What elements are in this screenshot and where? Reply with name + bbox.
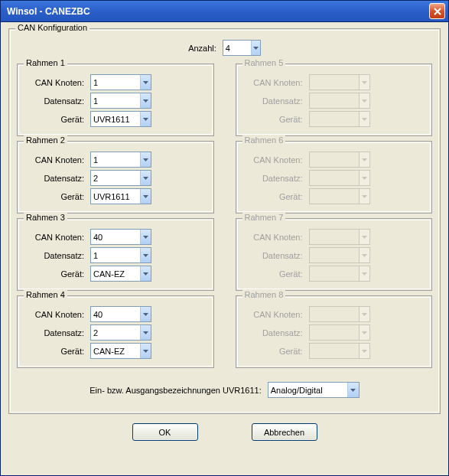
geraet-combo — [309, 188, 370, 204]
geraet-combo[interactable] — [90, 188, 151, 204]
geraet-label: Gerät: — [25, 192, 90, 201]
knoten-label: CAN Knoten: — [25, 78, 90, 87]
frames-columns: Rahmen 1CAN Knoten:Datensatz:Gerät:Rahme… — [17, 64, 432, 373]
knoten-label: CAN Knoten: — [244, 78, 309, 87]
chevron-down-icon — [359, 112, 369, 126]
can-config-legend: CAN Konfiguration — [15, 23, 89, 32]
geraet-label: Gerät: — [25, 269, 90, 279]
datensatz-input[interactable] — [91, 93, 140, 108]
geraet-row: Gerät: — [25, 266, 206, 282]
datensatz-input[interactable] — [91, 325, 140, 340]
datensatz-input[interactable] — [91, 171, 140, 185]
knoten-input[interactable] — [91, 230, 140, 244]
frame-4-legend: Rahmen 4 — [24, 290, 67, 299]
knoten-combo — [309, 74, 370, 90]
chevron-down-icon[interactable] — [140, 325, 151, 340]
datensatz-combo — [309, 170, 370, 186]
knoten-combo — [309, 229, 370, 245]
geraet-label: Gerät: — [244, 192, 309, 201]
cancel-button[interactable]: Abbrechen — [252, 423, 317, 441]
geraet-row: Gerät: — [244, 343, 425, 359]
knoten-label: CAN Knoten: — [25, 233, 90, 242]
chevron-down-icon — [359, 189, 369, 204]
geraet-combo — [309, 111, 370, 127]
knoten-combo[interactable] — [90, 74, 151, 90]
knoten-row: CAN Knoten: — [25, 306, 206, 322]
geraet-combo[interactable] — [90, 111, 151, 127]
can-config-group: CAN Konfiguration Anzahl: Rahmen 1CAN Kn… — [8, 28, 441, 414]
datensatz-combo[interactable] — [90, 93, 151, 109]
chevron-down-icon[interactable] — [140, 171, 151, 185]
chevron-down-icon[interactable] — [140, 248, 151, 262]
chevron-down-icon[interactable] — [140, 152, 151, 167]
geraet-combo[interactable] — [90, 343, 151, 359]
datensatz-input — [310, 93, 359, 108]
knoten-combo[interactable] — [90, 306, 151, 322]
anzahl-combo[interactable] — [223, 40, 261, 56]
geraet-row: Gerät: — [244, 188, 425, 204]
datensatz-label: Datensatz: — [244, 96, 309, 106]
chevron-down-icon — [359, 75, 369, 90]
chevron-down-icon[interactable] — [140, 266, 151, 281]
datensatz-label: Datensatz: — [25, 174, 90, 183]
geraet-input[interactable] — [91, 112, 140, 126]
chevron-down-icon[interactable] — [347, 383, 359, 397]
geraet-combo[interactable] — [90, 266, 151, 282]
chevron-down-icon[interactable] — [140, 189, 151, 204]
knoten-input[interactable] — [91, 152, 140, 167]
knoten-input — [310, 230, 359, 244]
geraet-label: Gerät: — [25, 347, 90, 356]
geraet-label: Gerät: — [244, 269, 309, 279]
dialog-window: Winsol - CANEZBC CAN Konfiguration Anzah… — [0, 0, 449, 476]
chevron-down-icon[interactable] — [140, 344, 151, 358]
knoten-combo[interactable] — [90, 152, 151, 168]
datensatz-combo[interactable] — [90, 324, 151, 341]
geraet-combo — [309, 343, 370, 359]
chevron-down-icon[interactable] — [140, 307, 151, 321]
knoten-row: CAN Knoten: — [25, 229, 206, 245]
knoten-label: CAN Knoten: — [25, 155, 90, 165]
chevron-down-icon[interactable] — [140, 93, 151, 108]
chevron-down-icon[interactable] — [140, 75, 151, 90]
datensatz-label: Datensatz: — [25, 328, 90, 337]
knoten-label: CAN Knoten: — [25, 310, 90, 319]
datensatz-combo[interactable] — [90, 247, 151, 263]
datensatz-row: Datensatz: — [244, 93, 425, 109]
geraet-input[interactable] — [91, 344, 140, 358]
io-row: Ein- bzw. Ausgangsbezeichnungen UVR1611: — [17, 382, 432, 398]
knoten-combo[interactable] — [90, 229, 151, 245]
anzahl-input[interactable] — [223, 41, 251, 55]
datensatz-row: Datensatz: — [244, 170, 425, 186]
knoten-combo — [309, 152, 370, 168]
geraet-input[interactable] — [91, 266, 140, 281]
geraet-row: Gerät: — [25, 111, 206, 127]
knoten-input[interactable] — [91, 75, 140, 90]
datensatz-label: Datensatz: — [25, 251, 90, 260]
chevron-down-icon — [359, 266, 369, 281]
datensatz-label: Datensatz: — [244, 251, 309, 260]
datensatz-row: Datensatz: — [244, 247, 425, 263]
close-button[interactable] — [429, 3, 445, 19]
frame-5-group: Rahmen 5CAN Knoten:Datensatz:Gerät: — [236, 64, 433, 136]
frame-3-legend: Rahmen 3 — [24, 213, 67, 222]
geraet-input[interactable] — [91, 189, 140, 204]
knoten-row: CAN Knoten: — [25, 152, 206, 168]
content-area: CAN Konfiguration Anzahl: Rahmen 1CAN Kn… — [1, 22, 448, 447]
chevron-down-icon[interactable] — [140, 230, 151, 244]
close-icon — [434, 8, 441, 15]
chevron-down-icon — [359, 307, 369, 321]
geraet-input — [310, 112, 359, 126]
datensatz-combo[interactable] — [90, 170, 151, 186]
ok-button[interactable]: OK — [132, 423, 198, 441]
chevron-down-icon[interactable] — [251, 41, 260, 55]
datensatz-input[interactable] — [91, 248, 140, 262]
frames-left-col: Rahmen 1CAN Knoten:Datensatz:Gerät:Rahme… — [17, 64, 214, 373]
io-input[interactable] — [268, 383, 347, 397]
knoten-input — [310, 307, 359, 321]
titlebar: Winsol - CANEZBC — [1, 1, 448, 22]
knoten-input[interactable] — [91, 307, 140, 321]
io-combo[interactable] — [268, 382, 360, 398]
chevron-down-icon[interactable] — [140, 112, 151, 126]
datensatz-label: Datensatz: — [244, 174, 309, 183]
datensatz-combo — [309, 93, 370, 109]
